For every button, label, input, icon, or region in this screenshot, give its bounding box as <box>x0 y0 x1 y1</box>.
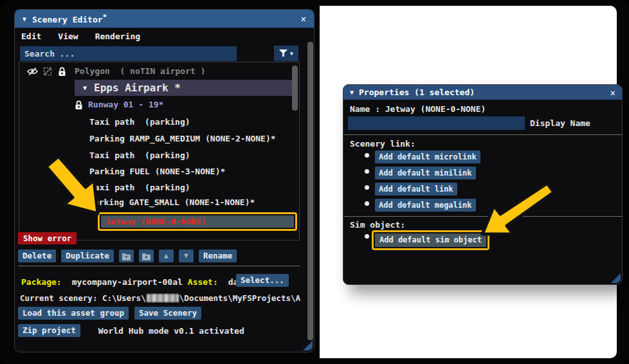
select-asset-button[interactable]: Select... <box>236 274 289 287</box>
tree-item-label: Runway 01 - 19* <box>88 97 163 113</box>
section-divider <box>18 266 300 266</box>
unsaved-marker: * <box>103 13 107 21</box>
group-into-folder-button[interactable] <box>119 250 134 262</box>
folder-down-icon <box>122 252 131 260</box>
move-out-of-folder-button[interactable] <box>139 250 154 262</box>
tree-row-epps-airpark[interactable]: ▼ Epps Airpark * <box>75 80 292 96</box>
tree-item-label: Taxi path (parking) <box>89 148 190 163</box>
show-error-button[interactable]: Show error <box>18 232 77 244</box>
menu-item-rendering[interactable]: Rendering <box>95 32 140 41</box>
action-toolbar: Delete Duplicate ▲ ▼ Rename <box>18 250 237 262</box>
save-scenery-button[interactable]: Save Scenery <box>134 307 201 320</box>
display-name-label: Display Name <box>530 118 590 128</box>
tree-row-taxi-path[interactable]: Taxi path (parking) <box>19 180 290 196</box>
sim-object-highlight-box: Add default sim object <box>372 230 489 250</box>
filter-dropdown-icon: ▼ <box>290 51 293 57</box>
zip-project-button[interactable]: Zip project <box>18 324 80 337</box>
properties-panel: ▼ Properties (1 selected) ✕ Name : Jetwa… <box>343 84 623 285</box>
section-divider <box>343 216 622 217</box>
link-option-row: Add default minilink <box>365 167 476 179</box>
bullet-icon <box>365 234 369 239</box>
tree-row-runway[interactable]: Runway 01 - 19* <box>19 97 290 113</box>
scenery-editor-titlebar[interactable]: ▼ Scenery Editor* ✕ <box>15 10 314 28</box>
load-save-row: Load this asset group Save Scenery <box>18 307 201 320</box>
tree-item-label: Taxi path (parking) <box>89 114 190 130</box>
section-divider <box>343 134 622 135</box>
tree-item-label: Parking GATE_SMALL (NONE-1-NONE)* <box>89 195 255 210</box>
panel-title: Properties (1 selected) <box>359 87 475 97</box>
zip-status-row: Zip project World Hub mode v0.1 activate… <box>18 324 244 337</box>
jetway-highlight-box: Jetway (NONE-0-NONE) <box>98 212 297 231</box>
duplicate-button[interactable]: Duplicate <box>61 250 114 262</box>
add-sim-object-button[interactable]: Add default sim object <box>375 233 486 247</box>
tree-item-label: Epps Airpark * <box>94 82 181 94</box>
link-option-row: Add default microlink <box>365 150 480 163</box>
package-label: Package: <box>21 277 62 287</box>
redacted-username <box>147 294 179 302</box>
tree-item-label: Polygon ( noTIN airport ) <box>75 64 206 79</box>
tree-row-parking-fuel[interactable]: Parking FUEL (NONE-3-NONE)* <box>19 164 290 179</box>
properties-titlebar[interactable]: ▼ Properties (1 selected) ✕ <box>343 85 622 100</box>
tree-item-label: Parking FUEL (NONE-3-NONE)* <box>89 164 225 179</box>
sim-object-label: Sim object: <box>350 220 405 230</box>
tree-row-jetway[interactable]: Jetway (NONE-0-NONE) <box>101 215 294 228</box>
search-input[interactable]: Search ... <box>20 46 237 61</box>
selected-object-name: Name : Jetway (NONE-0-NONE) <box>350 104 486 114</box>
scenery-link-label: Scenery link: <box>350 139 415 149</box>
add-link-button[interactable]: Add default link <box>375 183 457 196</box>
resize-handle[interactable] <box>611 273 621 283</box>
close-icon[interactable]: ✕ <box>610 87 615 98</box>
delete-button[interactable]: Delete <box>18 250 56 262</box>
tree-row-parking-ramp[interactable]: Parking RAMP_GA_MEDIUM (NONE-2-NONE)* <box>19 131 290 147</box>
collapse-panel-icon[interactable]: ▼ <box>23 15 26 23</box>
lock-icon[interactable] <box>75 100 83 110</box>
tree-item-label: Parking RAMP_GA_MEDIUM (NONE-2-NONE)* <box>89 131 276 147</box>
tree-row-polygon[interactable]: Polygon ( noTIN airport ) <box>19 64 290 79</box>
scenery-tree: Polygon ( noTIN airport ) ▼ Epps Airpark… <box>19 62 300 241</box>
bullet-icon <box>365 201 369 206</box>
panel-scrollbar[interactable] <box>307 42 313 340</box>
path-prefix: Current scenery: C:\Users\ <box>20 293 146 303</box>
move-up-button[interactable]: ▲ <box>159 250 174 262</box>
bullet-icon <box>365 153 369 158</box>
display-name-input[interactable] <box>348 116 525 130</box>
scenery-editor-panel: ▼ Scenery Editor* ✕ Edit View Rendering … <box>14 9 314 352</box>
asset-label: Asset: <box>188 277 218 287</box>
tree-row-parking-gate[interactable]: ▼ Parking GATE_SMALL (NONE-1-NONE)* <box>19 195 290 210</box>
filter-button[interactable]: ▼ <box>274 46 298 61</box>
add-minilink-button[interactable]: Add default minilink <box>375 167 476 179</box>
visibility-off-icon[interactable] <box>27 67 38 76</box>
package-value: mycompany-airport-00al <box>72 277 183 287</box>
add-microlink-button[interactable]: Add default microlink <box>375 150 480 163</box>
link-option-row: Add default megalink <box>365 199 476 212</box>
link-option-row: Add default link <box>365 183 457 196</box>
package-row: Package: mycompany-airport-00al Asset: d… <box>21 277 248 287</box>
snap-disabled-icon[interactable] <box>43 67 52 76</box>
tree-row-taxi-path[interactable]: Taxi path (parking) <box>19 148 290 163</box>
tree-item-label: Taxi path (parking) <box>89 180 190 196</box>
funnel-icon <box>279 50 287 57</box>
resize-handle[interactable] <box>303 341 313 350</box>
menu-item-view[interactable]: View <box>58 32 78 41</box>
path-suffix: \Documents\MyFSProjects\A <box>179 293 300 303</box>
expander-icon[interactable]: ▼ <box>78 195 82 210</box>
current-scenery-path: Current scenery: C:\Users\\Documents\MyF… <box>20 293 300 303</box>
bullet-icon <box>365 169 369 174</box>
menu-item-edit[interactable]: Edit <box>21 32 41 41</box>
close-icon[interactable]: ✕ <box>301 14 306 24</box>
lock-icon[interactable] <box>58 67 66 77</box>
move-down-button[interactable]: ▼ <box>179 250 194 262</box>
expander-icon[interactable]: ▼ <box>83 84 87 91</box>
folder-right-icon <box>141 252 151 260</box>
panel-title: Scenery Editor* <box>32 13 107 24</box>
rename-button[interactable]: Rename <box>199 250 237 262</box>
status-text: World Hub mode v0.1 activated <box>98 326 244 336</box>
tree-row-taxi-path[interactable]: Taxi path (parking) <box>19 114 290 130</box>
collapse-panel-icon[interactable]: ▼ <box>350 89 354 96</box>
add-megalink-button[interactable]: Add default megalink <box>375 199 476 212</box>
load-asset-group-button[interactable]: Load this asset group <box>18 307 129 320</box>
tree-scrollbar[interactable] <box>292 66 298 111</box>
menubar: Edit View Rendering <box>15 28 140 44</box>
bullet-icon <box>365 185 369 190</box>
